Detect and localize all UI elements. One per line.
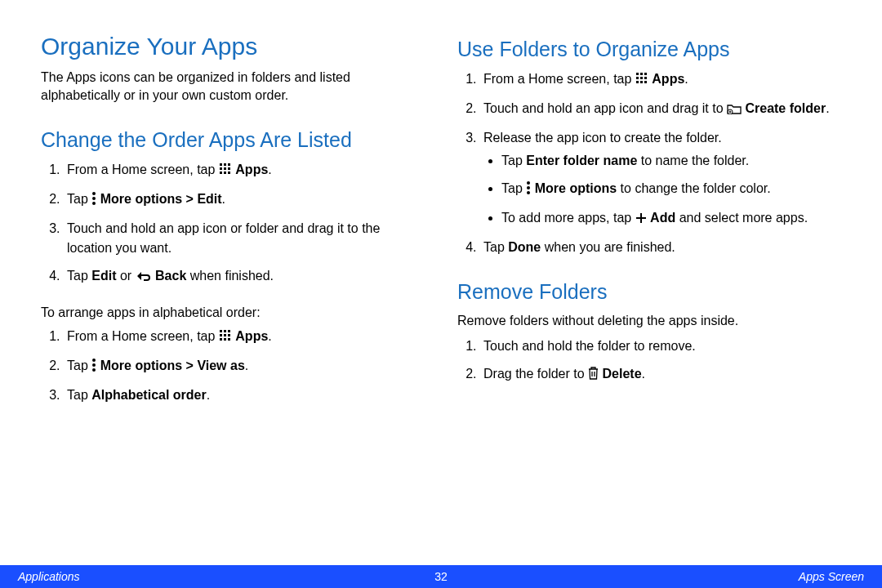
svg-rect-6 xyxy=(220,172,222,174)
svg-rect-20 xyxy=(228,338,230,341)
section-heading-use-folders: Use Folders to Organize Apps xyxy=(457,38,841,61)
footer-right: Apps Screen xyxy=(799,570,864,583)
delete-trash-icon xyxy=(588,366,599,385)
ordered-list: Touch and hold the folder to remove. Dra… xyxy=(457,336,841,385)
svg-point-21 xyxy=(92,359,96,362)
text: . xyxy=(684,72,688,86)
footer-left: Applications xyxy=(18,570,80,583)
text: . xyxy=(826,101,829,115)
text: . xyxy=(268,163,271,176)
page-title: Organize Your Apps xyxy=(41,33,425,60)
list-item: From a Home screen, tap Apps. xyxy=(480,69,841,91)
back-icon xyxy=(136,268,152,287)
text: . xyxy=(642,367,645,381)
svg-rect-15 xyxy=(220,334,222,336)
more-options-icon xyxy=(91,358,96,377)
text: Tap xyxy=(67,359,91,372)
text: From a Home screen, tap xyxy=(67,329,219,343)
text: when finished. xyxy=(186,269,274,283)
svg-point-36 xyxy=(527,191,530,194)
bold-text: Apps xyxy=(235,163,268,176)
text: and select more apps. xyxy=(675,211,808,225)
text: To add more apps, tap xyxy=(501,211,635,225)
text: Touch and hold an app icon and drag it t… xyxy=(483,101,727,115)
svg-rect-5 xyxy=(228,167,230,170)
section-heading-remove-folders: Remove Folders xyxy=(457,280,841,304)
svg-rect-0 xyxy=(220,163,222,166)
text: . xyxy=(245,359,248,372)
svg-rect-27 xyxy=(636,77,639,79)
bold-text: More options > Edit xyxy=(100,192,222,206)
svg-rect-28 xyxy=(640,77,643,79)
svg-rect-30 xyxy=(636,81,639,83)
text: to change the folder color. xyxy=(617,181,771,195)
ordered-list: From a Home screen, tap Apps. Tap More o… xyxy=(41,160,425,287)
ordered-list: From a Home screen, tap Apps. Touch and … xyxy=(457,69,841,257)
list-item: Drag the folder to Delete. xyxy=(480,364,841,385)
text: . xyxy=(207,388,210,402)
svg-rect-26 xyxy=(644,73,647,75)
svg-point-9 xyxy=(92,192,96,195)
list-item: From a Home screen, tap Apps. xyxy=(64,327,425,348)
apps-grid-icon xyxy=(219,162,232,181)
more-options-icon xyxy=(91,191,96,211)
apps-grid-icon xyxy=(219,328,232,348)
text: Release the app icon to create the folde… xyxy=(483,131,722,145)
svg-point-34 xyxy=(527,181,530,185)
svg-rect-1 xyxy=(224,163,226,166)
text: From a Home screen, tap xyxy=(483,72,635,86)
svg-rect-24 xyxy=(636,73,639,75)
list-item: Touch and hold an app icon or folder and… xyxy=(64,219,425,258)
add-plus-icon xyxy=(635,210,647,229)
svg-rect-29 xyxy=(644,77,647,79)
text: . xyxy=(268,329,271,343)
svg-rect-14 xyxy=(228,330,230,332)
text: to name the folder. xyxy=(637,154,749,167)
list-item: Tap Alphabetical order. xyxy=(64,385,425,405)
list-item: Tap More options to change the folder co… xyxy=(501,179,841,200)
svg-rect-31 xyxy=(640,81,643,83)
bold-text: Edit xyxy=(91,269,116,283)
bold-text: Add xyxy=(650,211,675,225)
svg-rect-16 xyxy=(224,334,226,336)
svg-rect-2 xyxy=(228,163,230,166)
bold-text: Done xyxy=(508,240,541,254)
list-item: Tap Edit or Back when finished. xyxy=(64,266,425,287)
bold-text: Apps xyxy=(235,329,268,343)
subintro-text: To arrange apps in alphabetical order: xyxy=(41,304,425,322)
list-item: From a Home screen, tap Apps. xyxy=(64,160,425,181)
text: Drag the folder to xyxy=(483,367,588,381)
svg-point-10 xyxy=(92,197,96,200)
list-item: Touch and hold the folder to remove. xyxy=(480,336,841,356)
list-item: Release the app icon to create the folde… xyxy=(480,128,841,229)
page-footer: Applications 32 Apps Screen xyxy=(0,565,882,588)
svg-point-35 xyxy=(527,186,530,189)
list-item: Tap Done when you are finished. xyxy=(480,238,841,257)
svg-rect-4 xyxy=(224,167,226,170)
svg-rect-12 xyxy=(220,330,222,332)
list-item: Tap More options > View as. xyxy=(64,356,425,377)
svg-rect-32 xyxy=(644,81,647,83)
right-column: Use Folders to Organize Apps From a Home… xyxy=(457,33,841,413)
text: Tap xyxy=(67,269,91,283)
bullet-list: Tap Enter folder name to name the folder… xyxy=(483,151,841,229)
bold-text: Back xyxy=(155,269,186,283)
bold-text: Delete xyxy=(603,367,642,381)
list-item: Tap More options > Edit. xyxy=(64,189,425,211)
intro-text: Remove folders without deleting the apps… xyxy=(457,312,841,330)
text: . xyxy=(222,192,225,206)
text: when you are finished. xyxy=(541,240,675,254)
more-options-icon xyxy=(526,180,531,200)
section-heading-change-order: Change the Order Apps Are Listed xyxy=(41,128,425,152)
list-item: Tap Enter folder name to name the folder… xyxy=(501,151,841,171)
svg-rect-25 xyxy=(640,73,643,75)
svg-rect-8 xyxy=(228,172,230,174)
bold-text: Apps xyxy=(652,72,684,86)
text: Tap xyxy=(501,181,526,195)
bold-text: Alphabetical order xyxy=(91,388,206,402)
text: or xyxy=(116,269,135,283)
list-item: Touch and hold an app icon and drag it t… xyxy=(480,99,841,120)
apps-grid-icon xyxy=(635,71,648,91)
bold-text: Enter folder name xyxy=(526,154,637,167)
svg-rect-13 xyxy=(224,330,226,332)
